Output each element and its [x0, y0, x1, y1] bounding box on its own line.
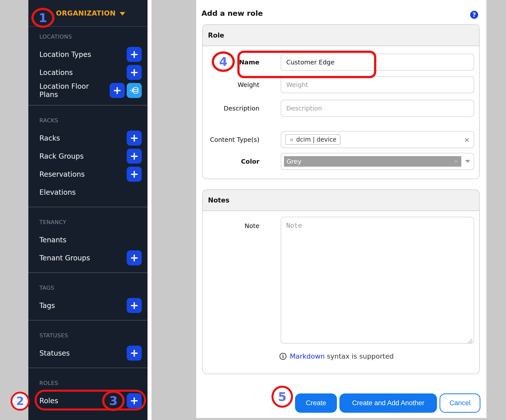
- clear-content-types-icon[interactable]: ×: [464, 136, 470, 144]
- note-label: Note: [203, 217, 259, 230]
- annotation-number-2: 2: [16, 396, 24, 407]
- section-title-locations: LOCATIONS: [39, 32, 142, 42]
- database-import-icon: [129, 86, 139, 95]
- page: { "annotations": { "step_1": "1", "step_…: [0, 0, 506, 420]
- select-caret-icon: [465, 160, 470, 163]
- section-title-racks: RACKS: [39, 116, 142, 126]
- notes-card-header: Notes: [203, 190, 479, 211]
- clear-color-icon[interactable]: ×: [453, 158, 461, 165]
- help-button[interactable]: ?: [470, 11, 478, 19]
- description-label: Description: [203, 105, 259, 112]
- create-button[interactable]: Create: [295, 393, 337, 413]
- sidebar: ORGANIZATION LOCATIONS Location Types + …: [28, 0, 148, 420]
- sidebar-item-statuses[interactable]: Statuses +: [39, 344, 142, 362]
- notes-card: Notes Note i Markdown syntax is supporte…: [202, 189, 480, 374]
- note-field-row: Note: [203, 217, 479, 344]
- plus-icon: +: [113, 85, 121, 96]
- content-gutter: [148, 0, 152, 420]
- content-type-tag-label: dcim | device: [296, 136, 336, 143]
- chevron-down-icon: [120, 12, 125, 16]
- plus-icon: +: [130, 151, 138, 161]
- plus-icon: +: [130, 67, 138, 78]
- color-select[interactable]: Grey ×: [281, 153, 474, 170]
- color-label: Color: [203, 158, 259, 165]
- section-title-roles: ROLES: [39, 378, 142, 388]
- sidebar-section-tags: TAGS Tags +: [28, 272, 148, 320]
- tag-remove-icon[interactable]: ×: [289, 137, 294, 143]
- weight-label: Weight: [203, 81, 259, 88]
- page-title: Add a new role: [201, 9, 263, 18]
- section-title-tenancy: TENANCY: [39, 217, 142, 227]
- plus-icon: +: [130, 348, 138, 358]
- annotation-circle-5: 5: [271, 386, 293, 408]
- notes-card-title: Notes: [208, 196, 229, 204]
- note-textarea[interactable]: [281, 217, 474, 344]
- role-card-title: Role: [208, 32, 224, 39]
- markdown-link[interactable]: Markdown: [290, 352, 325, 360]
- annotation-number-3: 3: [109, 395, 117, 407]
- annotation-circle-2: 2: [11, 392, 30, 411]
- sidebar-item-tenants[interactable]: Tenants: [39, 231, 142, 249]
- annotation-number-5: 5: [278, 391, 286, 403]
- plus-icon: +: [130, 300, 138, 311]
- role-card: Role Name Weight Description Content Typ…: [202, 24, 480, 179]
- sidebar-section-statuses: STATUSES Statuses +: [28, 320, 148, 368]
- add-tag-button[interactable]: +: [127, 298, 142, 313]
- plus-icon: +: [130, 253, 138, 263]
- add-location-button[interactable]: +: [127, 65, 142, 80]
- textarea-resize-handle[interactable]: [466, 337, 473, 344]
- sidebar-item-location-floor-plans[interactable]: Location Floor Plans +: [39, 81, 142, 99]
- color-value: Grey: [286, 158, 301, 165]
- annotation-circle-3: 3: [102, 390, 125, 411]
- content-types-select[interactable]: × dcim | device ×: [281, 131, 474, 148]
- annotation-number-4: 4: [219, 56, 227, 68]
- markdown-hint-text: Markdown syntax is supported: [290, 352, 394, 360]
- description-input[interactable]: [281, 100, 474, 117]
- sidebar-item-tags[interactable]: Tags +: [39, 296, 142, 314]
- add-tenant-group-button[interactable]: +: [127, 250, 142, 265]
- description-field-row: Description: [203, 100, 479, 117]
- sidebar-item-rack-groups[interactable]: Rack Groups +: [39, 147, 142, 165]
- annotation-circle-1: 1: [31, 8, 54, 28]
- sidebar-item-locations[interactable]: Locations +: [39, 63, 142, 81]
- content-types-label: Content Type(s): [203, 136, 259, 143]
- annotation-rect-roles: [35, 390, 146, 410]
- role-card-header: Role: [203, 25, 479, 46]
- info-icon: i: [279, 353, 286, 360]
- section-title-tags: TAGS: [39, 283, 142, 293]
- import-location-floor-plans-button[interactable]: [127, 83, 142, 98]
- add-rack-button[interactable]: +: [127, 131, 142, 146]
- plus-icon: +: [130, 133, 138, 143]
- sidebar-item-elevations[interactable]: Elevations: [39, 183, 142, 201]
- annotation-number-1: 1: [39, 12, 47, 24]
- sidebar-section-tenancy: TENANCY Tenants Tenant Groups +: [28, 207, 148, 272]
- plus-icon: +: [130, 49, 138, 60]
- annotation-rect-name: [237, 51, 376, 78]
- sidebar-item-racks[interactable]: Racks +: [39, 129, 142, 147]
- cancel-button[interactable]: Cancel: [440, 393, 480, 413]
- markdown-hint: i Markdown syntax is supported: [279, 352, 394, 360]
- sidebar-item-location-types[interactable]: Location Types +: [39, 45, 142, 63]
- sidebar-item-tenant-groups[interactable]: Tenant Groups +: [39, 249, 142, 267]
- organization-menu-label[interactable]: ORGANIZATION: [56, 9, 116, 17]
- add-location-type-button[interactable]: +: [127, 47, 142, 62]
- add-location-floor-plan-button[interactable]: +: [110, 83, 125, 98]
- color-field-row: Color Grey ×: [203, 153, 479, 170]
- add-reservation-button[interactable]: +: [127, 167, 142, 182]
- create-and-add-another-button[interactable]: Create and Add Another: [339, 393, 437, 413]
- content-type-tag: × dcim | device: [285, 134, 340, 145]
- sidebar-section-locations: LOCATIONS Location Types + Locations + L…: [28, 27, 148, 105]
- content-types-field-row: Content Type(s) × dcim | device ×: [203, 131, 479, 148]
- help-icon: ?: [472, 12, 476, 18]
- weight-input[interactable]: [281, 76, 474, 93]
- section-title-statuses: STATUSES: [39, 331, 142, 341]
- weight-field-row: Weight: [203, 76, 479, 93]
- sidebar-item-reservations[interactable]: Reservations +: [39, 165, 142, 183]
- annotation-circle-4: 4: [212, 51, 235, 72]
- add-rack-group-button[interactable]: +: [127, 149, 142, 164]
- add-status-button[interactable]: +: [127, 346, 142, 361]
- plus-icon: +: [130, 169, 138, 179]
- sidebar-section-racks: RACKS Racks + Rack Groups + Reservations…: [28, 105, 148, 207]
- color-swatch: Grey ×: [284, 156, 461, 167]
